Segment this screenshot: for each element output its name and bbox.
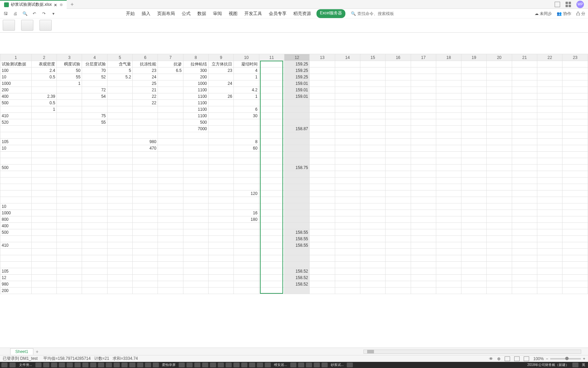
cell[interactable] [335,171,360,178]
cell[interactable] [487,262,512,268]
cell[interactable] [461,288,487,294]
cell[interactable] [259,236,284,242]
cell[interactable] [31,184,56,190]
cell[interactable] [411,249,436,255]
cell[interactable] [386,223,411,229]
cell[interactable] [411,190,436,197]
cell[interactable] [512,152,537,158]
cell[interactable] [57,158,82,165]
cell[interactable] [512,132,537,139]
cell[interactable] [82,281,107,288]
cell[interactable] [360,190,385,197]
cell[interactable] [284,203,309,210]
cell[interactable] [562,268,588,275]
cell[interactable] [259,139,284,145]
cell[interactable] [335,132,360,139]
cell[interactable] [512,74,537,80]
cell[interactable] [31,275,56,281]
cell[interactable]: 75 [82,113,107,119]
cell[interactable]: 1000 [183,80,208,87]
cell[interactable]: 500 [183,119,208,126]
taskbar-app-icon[interactable] [249,363,255,367]
cell[interactable] [209,255,234,262]
cell[interactable] [537,210,562,216]
cell[interactable] [436,268,461,275]
cell[interactable] [335,87,360,93]
cell[interactable] [310,242,335,249]
cell[interactable] [310,87,335,93]
cell[interactable] [386,132,411,139]
cell[interactable] [31,288,56,294]
cell[interactable] [209,288,234,294]
cell[interactable] [386,210,411,216]
cell[interactable] [158,288,183,294]
cell[interactable]: 158.52 [284,268,309,275]
cell[interactable]: 1100 [183,113,208,119]
cell[interactable] [360,113,385,119]
col-header-1[interactable]: 1 [0,54,32,61]
cell[interactable]: 5 [107,67,132,74]
cell[interactable] [335,197,360,203]
cell[interactable]: 180 [234,216,259,223]
taskbar-app-icon[interactable] [226,363,232,367]
cell[interactable] [310,184,335,190]
tab-close-icon[interactable]: ✕ [54,3,58,7]
cell[interactable] [133,203,158,210]
cell[interactable] [411,132,436,139]
cell[interactable] [133,171,158,178]
cell[interactable] [82,158,107,165]
cell[interactable] [562,288,588,294]
cell[interactable] [360,106,385,113]
cell[interactable] [183,158,208,165]
cell[interactable] [82,190,107,197]
cell[interactable] [57,100,82,106]
cell[interactable] [411,268,436,275]
cell[interactable] [259,119,284,126]
cell[interactable] [436,126,461,132]
cell[interactable] [82,152,107,158]
cell[interactable] [310,255,335,262]
cell[interactable] [183,197,208,203]
cell[interactable] [107,262,132,268]
col-header-11[interactable]: 11 [259,54,284,61]
cell[interactable] [209,229,234,236]
cell[interactable]: 22 [133,100,158,106]
cell[interactable] [562,249,588,255]
cell[interactable] [31,268,56,275]
cell[interactable] [234,100,259,106]
cell[interactable] [360,126,385,132]
cell[interactable] [0,126,32,132]
cell[interactable] [487,229,512,236]
cell[interactable] [133,184,158,190]
cell[interactable]: 10 [0,74,32,80]
cell[interactable] [436,184,461,190]
cell[interactable] [284,288,309,294]
layout-toggle-icon[interactable] [555,2,560,7]
cell[interactable]: 1100 [183,100,208,106]
cell[interactable] [183,178,208,184]
cell[interactable] [57,262,82,268]
cell[interactable] [461,61,487,67]
cell[interactable] [82,275,107,281]
cell[interactable]: 4 [234,67,259,74]
cell[interactable] [57,119,82,126]
cell[interactable] [259,67,284,74]
cell[interactable] [259,255,284,262]
cell[interactable] [107,229,132,236]
cell[interactable]: 23 [133,67,158,74]
cell[interactable] [487,119,512,126]
taskbar-app-icon[interactable] [314,363,320,367]
cell[interactable]: 26 [209,93,234,100]
cell[interactable] [209,126,234,132]
cell[interactable] [133,210,158,216]
cell[interactable] [82,80,107,87]
taskbar-app-icon[interactable] [114,363,120,367]
cell[interactable] [411,93,436,100]
cell[interactable] [537,145,562,152]
cell[interactable] [259,262,284,268]
cell[interactable] [82,249,107,255]
cell[interactable] [537,275,562,281]
cell[interactable] [57,255,82,262]
cell[interactable] [57,106,82,113]
cell[interactable]: 1000 [0,210,32,216]
